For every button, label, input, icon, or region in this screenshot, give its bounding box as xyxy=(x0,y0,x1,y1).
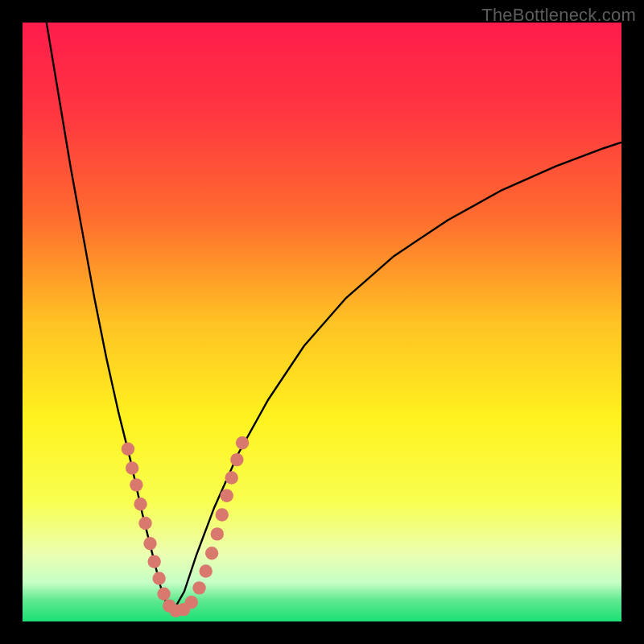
curve-marker xyxy=(192,581,205,594)
curve-marker xyxy=(211,527,224,540)
curve-marker xyxy=(138,517,151,530)
chart-frame: TheBottleneck.com xyxy=(0,0,644,644)
curve-marker xyxy=(134,497,147,510)
curve-marker xyxy=(236,436,249,449)
curve-marker xyxy=(185,596,198,609)
curve-marker xyxy=(147,555,160,568)
curve-marker xyxy=(221,489,233,502)
curve-marker xyxy=(152,572,165,584)
chart-svg xyxy=(23,23,621,621)
curve-marker xyxy=(122,443,134,456)
gradient-background xyxy=(23,23,621,621)
curve-marker xyxy=(216,508,229,521)
curve-marker xyxy=(205,547,218,559)
curve-marker xyxy=(130,478,142,491)
curve-marker xyxy=(126,461,138,474)
curve-marker xyxy=(199,564,212,577)
curve-marker xyxy=(230,453,243,466)
watermark-label: TheBottleneck.com xyxy=(481,5,636,26)
curve-marker xyxy=(157,588,170,601)
curve-marker xyxy=(143,537,156,550)
plot-area xyxy=(23,23,621,621)
curve-marker xyxy=(225,471,237,484)
